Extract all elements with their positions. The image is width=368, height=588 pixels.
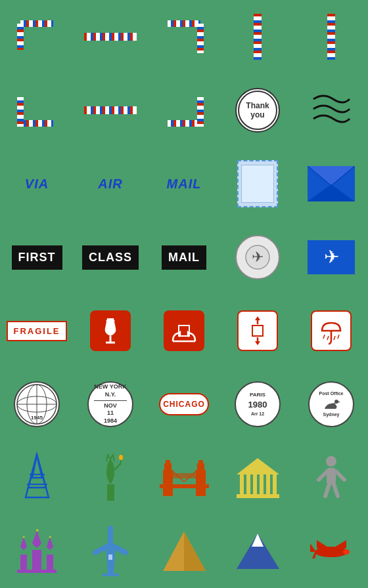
chicago-text: CHICAGO (163, 400, 205, 409)
svg-line-61 (334, 336, 335, 340)
class-text: CLASS (89, 251, 132, 264)
air-text: AIR (98, 177, 122, 192)
svg-line-103 (334, 484, 338, 496)
svg-marker-72 (26, 455, 49, 497)
svg-line-101 (336, 472, 344, 480)
corner-tl (0, 0, 74, 74)
svg-text:✈: ✈ (252, 249, 264, 265)
svg-rect-76 (107, 484, 114, 501)
svg-line-77 (114, 463, 121, 470)
mount-fuji (221, 514, 294, 588)
svg-point-79 (119, 455, 123, 460)
svg-rect-91 (240, 474, 244, 494)
postage-stamp (221, 147, 294, 220)
svg-line-100 (319, 472, 327, 480)
svg-rect-104 (32, 550, 41, 570)
wave-lines (294, 74, 368, 147)
svg-rect-93 (253, 474, 257, 494)
svg-rect-18 (168, 20, 200, 27)
postmark-globe: 1945 (0, 368, 74, 441)
svg-rect-92 (246, 474, 250, 494)
svg-marker-124 (310, 543, 315, 552)
sydney-label: Post Office (319, 390, 344, 397)
first-label: FIRST (0, 220, 74, 294)
svg-line-62 (338, 335, 339, 339)
svg-rect-32 (17, 97, 24, 127)
blue-envelope (294, 147, 368, 220)
svg-rect-31 (20, 120, 53, 127)
svg-rect-83 (196, 470, 206, 496)
hline-2 (74, 74, 147, 147)
class-box: CLASS (82, 245, 139, 270)
svg-marker-42 (308, 166, 355, 186)
ny-day: 11 (107, 410, 114, 417)
fragile-hands-icon (147, 294, 221, 368)
svg-text:★: ★ (22, 535, 26, 539)
mail-label-text: MAIL (147, 147, 221, 220)
air-label: AIR (74, 147, 147, 220)
postmark-newyork: NEW YORK N.Y. NOV 11 1984 (74, 368, 147, 441)
windmill (74, 514, 147, 588)
hline-1 (74, 0, 147, 74)
svg-marker-43 (308, 184, 355, 201)
fragile-wine-icon (74, 294, 147, 368)
mail-text-span: MAIL (167, 177, 202, 192)
svg-rect-24 (327, 14, 335, 60)
class-label: CLASS (74, 220, 147, 294)
svg-rect-19 (197, 24, 204, 53)
corner-tr (147, 0, 221, 74)
svg-line-59 (323, 335, 325, 339)
statue-of-liberty (74, 441, 147, 514)
svg-rect-80 (163, 470, 173, 496)
svg-text:✈: ✈ (323, 247, 338, 267)
svg-rect-89 (172, 473, 197, 478)
svg-text:1945: 1945 (31, 415, 43, 421)
ninja-figure (294, 441, 368, 514)
svg-rect-85 (198, 460, 203, 467)
svg-marker-118 (184, 532, 206, 571)
corner-bl (0, 74, 74, 147)
fragile-label: FRAGILE (0, 294, 74, 368)
mail-box-text: MAIL (168, 251, 200, 264)
red-airplane (294, 514, 368, 588)
kremlin: ★ ★ ★ (0, 514, 74, 588)
svg-marker-120 (252, 534, 264, 547)
svg-rect-94 (260, 474, 264, 494)
svg-rect-99 (327, 468, 336, 484)
svg-marker-125 (312, 552, 317, 558)
postmark-sydney: Post Office Sydney (294, 368, 368, 441)
svg-point-126 (343, 549, 350, 555)
via-text: VIA (25, 177, 49, 192)
vline-2 (294, 0, 368, 74)
fragile-arrows-icon (221, 294, 294, 368)
svg-marker-57 (255, 341, 260, 345)
first-text: FIRST (18, 251, 56, 264)
you-text: you (250, 110, 264, 119)
tower-bridge (147, 441, 221, 514)
paris-sub: Arr 12 (251, 411, 264, 417)
svg-rect-11 (84, 33, 137, 41)
via-label: VIA (0, 147, 74, 220)
svg-rect-33 (84, 106, 137, 114)
airplane-circle: ✈ (221, 220, 294, 294)
mail-box: MAIL (162, 245, 206, 270)
pyramid (147, 514, 221, 588)
sticker-grid: Thank you VIA AIR MAIL (0, 0, 368, 588)
svg-rect-107 (17, 570, 57, 573)
svg-rect-97 (237, 494, 279, 498)
svg-rect-115 (108, 555, 112, 560)
ny-city: NEW YORK (94, 383, 126, 391)
svg-rect-23 (254, 14, 262, 60)
svg-rect-53 (252, 326, 263, 336)
postmark-paris: PARIS 1980 Arr 12 (221, 368, 294, 441)
svg-rect-41 (197, 97, 204, 127)
eiffel-tower (0, 441, 74, 514)
thank-you-stamp: Thank you (221, 74, 294, 147)
paris-city: PARIS (250, 391, 265, 398)
svg-marker-55 (255, 316, 260, 320)
svg-text:★: ★ (35, 528, 39, 532)
paris-year: 1980 (248, 399, 267, 411)
ny-state: N.Y. (105, 391, 116, 399)
svg-rect-106 (47, 555, 53, 570)
sydney-city: Sydney (323, 411, 340, 418)
